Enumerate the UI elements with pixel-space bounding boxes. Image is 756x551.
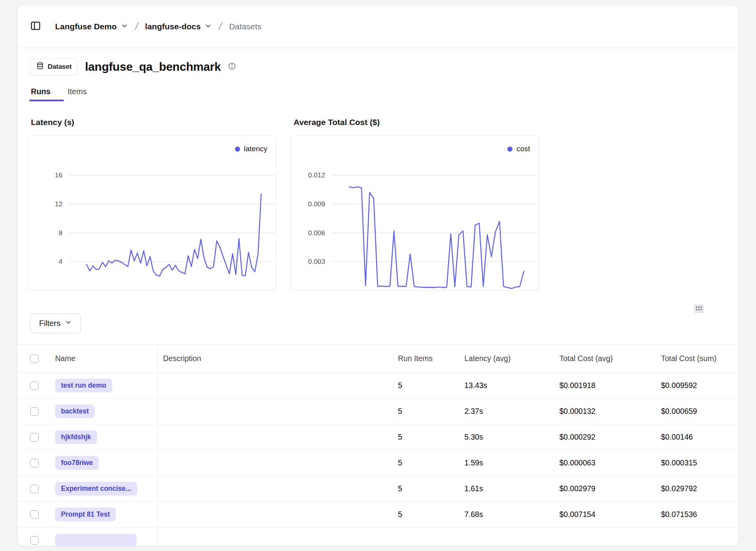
latency-avg-value: 13.43s [457,381,552,390]
run-name-badge-truncated[interactable] [55,534,136,547]
column-header-run-items[interactable]: Run Items [391,354,457,363]
run-items-value: 5 [391,484,457,493]
tab-items[interactable]: Items [68,87,87,101]
panel-left-icon [30,20,41,32]
latency-legend[interactable]: latency [235,145,267,153]
svg-text:0.003: 0.003 [308,258,325,265]
info-icon[interactable] [228,62,236,72]
total-cost-sum-value: $0.00146 [654,433,738,442]
latency-chart: 161284 latency [28,136,276,291]
run-name-badge[interactable]: hjkfdshjk [55,430,97,444]
run-items-value: 5 [391,381,457,390]
cost-line-plot: 0.0120.0090.0060.003 [291,136,539,290]
total-cost-avg-value: $0.001918 [552,381,654,390]
total-cost-sum-value: $0.029792 [654,484,738,493]
row-checkbox[interactable] [30,536,39,545]
chevron-down-icon [204,22,212,31]
breadcrumb-separator: / [134,20,139,32]
svg-text:8: 8 [59,229,63,237]
table-row[interactable]: foo78riwe 5 1.59s $0.000063 $0.000315 [18,450,738,476]
run-name-badge[interactable]: Prompt 81 Test [55,508,116,521]
tab-runs[interactable]: Runs [31,87,50,101]
grip-dots-icon [695,306,702,312]
svg-text:12: 12 [55,200,62,208]
cost-chart: 0.0120.0090.0060.003 cost [290,136,539,291]
chevron-down-icon [65,319,72,328]
column-header-name[interactable]: Name [47,345,158,372]
column-header-description[interactable]: Description [158,354,391,363]
latency-avg-value: 7.68s [457,510,552,519]
select-all-checkbox[interactable] [30,354,39,363]
run-items-value: 5 [391,407,457,416]
table-row[interactable]: backtest 5 2.37s $0.000132 $0.000659 [18,399,738,424]
dataset-badge-label: Dataset [48,63,72,71]
dataset-type-badge: Dataset [30,58,78,75]
breadcrumb-section[interactable]: Datasets [229,22,262,31]
latency-line-plot: 161284 [28,136,276,290]
charts-section: Latency (s) 161284 latency Average Total… [18,101,738,291]
table-row[interactable]: Prompt 81 Test 5 7.68s $0.007154 $0.0715… [18,502,738,528]
table-header-row: Name Description Run Items Latency (avg)… [18,345,738,373]
latency-avg-value: 2.37s [457,407,552,416]
row-checkbox[interactable] [30,407,39,416]
column-header-latency-avg[interactable]: Latency (avg) [457,354,552,363]
latency-chart-block: Latency (s) 161284 latency [28,118,276,291]
legend-label: cost [516,145,530,153]
table-row[interactable]: hjkfdshjk 5 5.30s $0.000292 $0.00146 [18,424,738,450]
page-title: langfuse_qa_benchmark [85,60,221,73]
org-switcher[interactable]: Langfuse Demo [55,22,128,31]
total-cost-sum-value: $0.009592 [654,381,738,390]
project-switcher[interactable]: langfuse-docs [145,22,212,31]
column-header-total-cost-avg[interactable]: Total Cost (avg) [552,354,654,363]
svg-text:4: 4 [59,258,63,265]
sidebar-toggle-button[interactable] [30,20,41,32]
row-checkbox[interactable] [30,381,39,390]
cost-legend[interactable]: cost [507,145,530,153]
latency-avg-value: 5.30s [457,433,552,442]
table-row-partial[interactable] [18,528,738,546]
total-cost-sum-value: $0.000315 [654,458,738,467]
total-cost-avg-value: $0.000132 [552,407,654,416]
latency-avg-value: 1.59s [457,458,552,467]
total-cost-sum-value: $0.000659 [654,407,738,416]
run-name-badge[interactable]: backtest [55,404,95,418]
filters-button[interactable]: Filters [30,313,81,333]
runs-table: Name Description Run Items Latency (avg)… [18,344,738,546]
run-name-badge[interactable]: foo78riwe [55,456,99,470]
run-items-value: 5 [391,458,457,467]
drag-handle-button[interactable] [694,304,704,313]
total-cost-avg-value: $0.002979 [552,484,654,493]
latency-chart-title: Latency (s) [31,118,276,127]
svg-text:16: 16 [55,171,62,179]
total-cost-avg-value: $0.000292 [552,433,654,442]
cost-chart-block: Average Total Cost ($) 0.0120.0090.0060.… [290,118,539,291]
latency-avg-value: 1.61s [457,484,552,493]
row-checkbox[interactable] [30,510,39,519]
row-checkbox[interactable] [30,459,39,467]
project-name: langfuse-docs [145,22,201,31]
filters-button-label: Filters [39,319,60,328]
legend-dot-icon [235,147,240,152]
run-items-value: 5 [391,433,457,442]
run-items-value: 5 [391,510,457,519]
chevron-down-icon [121,22,128,31]
main-panel: Langfuse Demo / langfuse-docs / Datasets [17,5,739,546]
tab-bar: Runs Items [30,87,726,101]
total-cost-sum-value: $0.071536 [654,510,738,519]
row-checkbox[interactable] [30,433,39,442]
row-checkbox[interactable] [30,485,39,493]
column-header-total-cost-sum[interactable]: Total Cost (sum) [654,354,738,363]
cost-chart-title: Average Total Cost ($) [294,118,539,127]
svg-text:0.006: 0.006 [308,229,325,237]
table-row[interactable]: Experiment concise... 5 1.61s $0.002979 … [18,476,738,502]
database-icon [36,62,44,72]
run-name-badge[interactable]: Experiment concise... [55,482,137,496]
run-name-badge[interactable]: test run demo [55,379,112,392]
svg-text:0.009: 0.009 [308,200,325,208]
svg-text:0.012: 0.012 [308,171,325,179]
legend-label: latency [244,145,267,153]
total-cost-avg-value: $0.000063 [552,458,654,467]
total-cost-avg-value: $0.007154 [552,510,654,519]
table-row[interactable]: test run demo 5 13.43s $0.001918 $0.0095… [18,373,738,399]
legend-dot-icon [507,147,512,152]
